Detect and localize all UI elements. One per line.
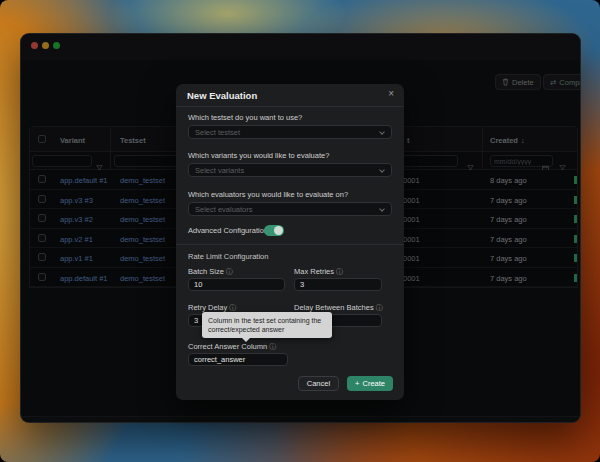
batch-size-input[interactable]	[188, 278, 285, 291]
info-icon[interactable]: ⓘ	[336, 268, 343, 275]
testset-select-placeholder: Select testset	[195, 128, 240, 137]
variants-select-placeholder: Select variants	[195, 166, 244, 175]
modal-footer: Cancel + Create	[298, 376, 393, 391]
correct-answer-column-tooltip: Column in the test set containing the co…	[202, 312, 332, 338]
info-icon[interactable]: ⓘ	[376, 304, 383, 311]
create-button[interactable]: + Create	[347, 376, 393, 391]
max-retries-input[interactable]	[294, 278, 382, 291]
correct-answer-column-label: Correct Answer Columnⓘ	[188, 342, 276, 352]
close-icon[interactable]: ×	[388, 88, 394, 99]
toggle-knob	[274, 226, 283, 235]
chevron-down-icon	[379, 167, 385, 173]
info-icon[interactable]: ⓘ	[269, 343, 276, 350]
create-button-label: Create	[362, 379, 385, 388]
modal-title: New Evaluation	[187, 90, 257, 101]
info-icon[interactable]: ⓘ	[226, 268, 233, 275]
advanced-configuration-toggle[interactable]	[264, 225, 284, 236]
correct-answer-column-input[interactable]	[188, 353, 288, 366]
chevron-down-icon	[379, 129, 385, 135]
evaluators-select-placeholder: Select evaluators	[195, 205, 253, 214]
cancel-button[interactable]: Cancel	[298, 376, 339, 391]
info-icon[interactable]: ⓘ	[229, 304, 236, 311]
evaluators-question-label: Which evaluators you would like to evalu…	[188, 190, 348, 199]
max-retries-label: Max Retriesⓘ	[294, 267, 343, 277]
plus-icon: +	[355, 379, 359, 388]
variants-question-label: Which variants you would like to evaluat…	[188, 151, 329, 160]
advanced-configuration-label: Advanced Configuration	[188, 226, 268, 235]
testset-question-label: Which testset do you want to use?	[188, 113, 302, 122]
desktop: Delete ⇄ Compare Variant Testset t Creat…	[0, 0, 600, 462]
evaluators-select[interactable]: Select evaluators	[188, 202, 392, 216]
rate-limit-section-title: Rate Limit Configuration	[188, 252, 268, 261]
testset-select[interactable]: Select testset	[188, 125, 392, 139]
variants-select[interactable]: Select variants	[188, 163, 392, 177]
batch-size-label: Batch Sizeⓘ	[188, 267, 233, 277]
chevron-down-icon	[379, 206, 385, 212]
new-evaluation-modal: New Evaluation × Which testset do you wa…	[176, 84, 404, 400]
